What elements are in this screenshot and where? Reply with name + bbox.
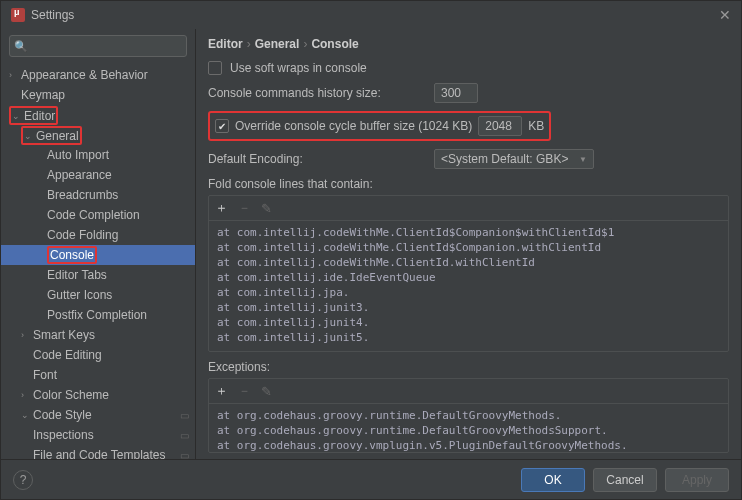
list-item[interactable]: at com.intellij.codeWithMe.ClientId$Comp… [217, 225, 720, 240]
fold-list[interactable]: at com.intellij.codeWithMe.ClientId$Comp… [209, 221, 728, 351]
list-item[interactable]: at com.intellij.codeWithMe.ClientId.with… [217, 255, 720, 270]
tree-item-inspections[interactable]: Inspections▭ [1, 425, 195, 445]
tree-item-console[interactable]: Console [1, 245, 195, 265]
exceptions-list[interactable]: at org.codehaus.groovy.runtime.DefaultGr… [209, 404, 728, 452]
tree-item-font[interactable]: Font [1, 365, 195, 385]
tree-item-appearance-behavior[interactable]: ›Appearance & Behavior [1, 65, 195, 85]
cancel-button[interactable]: Cancel [593, 468, 657, 492]
override-buffer-unit: KB [528, 119, 544, 133]
apply-button: Apply [665, 468, 729, 492]
app-icon [11, 8, 25, 22]
settings-tree[interactable]: ›Appearance & BehaviorKeymap⌄Editor⌄Gene… [1, 63, 195, 459]
list-item[interactable]: at com.intellij.junit4. [217, 315, 720, 330]
list-item[interactable]: at com.intellij.jpa. [217, 285, 720, 300]
tree-item-gutter-icons[interactable]: Gutter Icons [1, 285, 195, 305]
tree-item-general[interactable]: ⌄General [1, 125, 195, 145]
help-button[interactable]: ? [13, 470, 33, 490]
override-buffer-label: Override console cycle buffer size (1024… [235, 119, 472, 133]
list-item[interactable]: at com.intellij.codeWithMe.ClientId$Comp… [217, 240, 720, 255]
soft-wraps-checkbox[interactable] [208, 61, 222, 75]
tree-item-code-folding[interactable]: Code Folding [1, 225, 195, 245]
add-fold-button[interactable]: ＋ [215, 199, 228, 217]
tree-item-file-and-code-templates[interactable]: File and Code Templates▭ [1, 445, 195, 459]
override-buffer-input[interactable] [478, 116, 522, 136]
remove-exception-button: － [238, 382, 251, 400]
search-icon: 🔍 [14, 40, 28, 53]
search-input[interactable] [9, 35, 187, 57]
window-title: Settings [31, 8, 719, 22]
override-buffer-highlight: Override console cycle buffer size (1024… [208, 111, 551, 141]
tree-item-appearance[interactable]: Appearance [1, 165, 195, 185]
history-size-label: Console commands history size: [208, 86, 426, 100]
chevron-down-icon: ▼ [579, 155, 587, 164]
breadcrumb: Editor›General›Console [196, 29, 741, 61]
tree-item-breadcrumbs[interactable]: Breadcrumbs [1, 185, 195, 205]
edit-exception-button: ✎ [261, 384, 272, 399]
tree-item-code-style[interactable]: ⌄Code Style▭ [1, 405, 195, 425]
edit-fold-button: ✎ [261, 201, 272, 216]
ok-button[interactable]: OK [521, 468, 585, 492]
tree-item-code-completion[interactable]: Code Completion [1, 205, 195, 225]
soft-wraps-label: Use soft wraps in console [230, 61, 367, 75]
tree-item-smart-keys[interactable]: ›Smart Keys [1, 325, 195, 345]
encoding-combo[interactable]: <System Default: GBK> ▼ [434, 149, 594, 169]
tree-item-postfix-completion[interactable]: Postfix Completion [1, 305, 195, 325]
tree-item-editor-tabs[interactable]: Editor Tabs [1, 265, 195, 285]
list-item[interactable]: at com.intellij.ide.IdeEventQueue [217, 270, 720, 285]
list-item[interactable]: at com.intellij.junit3. [217, 300, 720, 315]
list-item[interactable]: at org.codehaus.groovy.runtime.DefaultGr… [217, 423, 720, 438]
list-item[interactable]: at com.intellij.junit5. [217, 330, 720, 345]
add-exception-button[interactable]: ＋ [215, 382, 228, 400]
exceptions-label: Exceptions: [208, 360, 729, 374]
list-item[interactable]: at org.codehaus.groovy.vmplugin.v5.Plugi… [217, 438, 720, 452]
tree-item-editor[interactable]: ⌄Editor [1, 105, 195, 125]
tree-item-auto-import[interactable]: Auto Import [1, 145, 195, 165]
remove-fold-button: － [238, 199, 251, 217]
close-icon[interactable]: ✕ [719, 7, 731, 23]
fold-label: Fold console lines that contain: [208, 177, 729, 191]
encoding-label: Default Encoding: [208, 152, 426, 166]
tree-item-keymap[interactable]: Keymap [1, 85, 195, 105]
tree-item-color-scheme[interactable]: ›Color Scheme [1, 385, 195, 405]
list-item[interactable]: at org.codehaus.groovy.runtime.DefaultGr… [217, 408, 720, 423]
override-buffer-checkbox[interactable] [215, 119, 229, 133]
history-size-input[interactable] [434, 83, 478, 103]
tree-item-code-editing[interactable]: Code Editing [1, 345, 195, 365]
